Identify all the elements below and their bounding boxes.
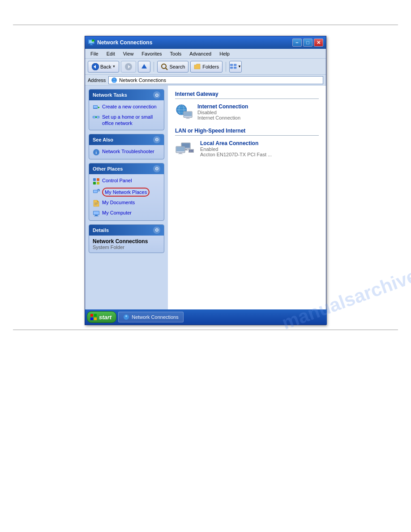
svg-rect-62 [179, 153, 182, 154]
svg-text:N: N [98, 189, 99, 192]
menu-file[interactable]: File [87, 50, 102, 57]
menu-advanced[interactable]: Advanced [186, 50, 215, 57]
views-button[interactable]: ▼ [229, 61, 242, 73]
svg-rect-68 [90, 314, 93, 317]
svg-point-19 [113, 78, 115, 80]
other-places-title: Other Places [93, 166, 123, 172]
svg-rect-63 [178, 154, 183, 154]
other-places-header: Other Places ⊙ [89, 163, 164, 174]
my-documents-item[interactable]: My Documents [93, 199, 160, 207]
up-arrow-icon [141, 63, 148, 70]
back-dropdown-arrow[interactable]: ▼ [112, 64, 116, 69]
svg-rect-44 [94, 211, 99, 215]
internet-connection-type: Internet Connection [197, 115, 248, 120]
internet-connection-item[interactable]: Internet Connection Disabled Internet Co… [175, 102, 319, 122]
up-button[interactable] [138, 61, 150, 73]
svg-rect-55 [186, 118, 190, 119]
menu-tools[interactable]: Tools [167, 50, 185, 57]
control-panel-icon [93, 178, 100, 185]
lan-connection-type: Accton EN1207D-TX PCI Fast ... [200, 152, 272, 157]
setup-network-item[interactable]: Set up a home or small office network [93, 113, 160, 127]
menu-view[interactable]: View [120, 50, 137, 57]
wizard-icon [93, 104, 100, 111]
documents-icon [93, 200, 100, 207]
other-places-body: Control Panel N My Network Places [89, 174, 164, 220]
menu-edit[interactable]: Edit [103, 50, 119, 57]
create-connection-label: Create a new connection [102, 103, 157, 110]
views-dropdown[interactable]: ▼ [238, 64, 241, 69]
toolbar-separator-1 [154, 62, 154, 72]
svg-rect-46 [94, 216, 98, 216]
search-button[interactable]: Search [157, 61, 188, 73]
lan-connection-info: Local Area Connection Enabled Accton EN1… [200, 140, 272, 157]
title-bar-icon: N [88, 39, 95, 46]
folders-icon [194, 63, 201, 70]
toolbar-separator-2 [226, 62, 226, 72]
internet-connection-name: Internet Connection [197, 103, 248, 110]
my-network-places-item[interactable]: N My Network Places [93, 187, 160, 197]
network-places-icon: N [93, 188, 100, 195]
control-panel-item[interactable]: Control Panel [93, 177, 160, 185]
lan-connection-item[interactable]: Local Area Connection Enabled Accton EN1… [175, 138, 319, 159]
svg-marker-23 [98, 107, 100, 108]
details-name: Network Connections [93, 238, 160, 245]
title-bar-text: Network Connections [97, 39, 290, 46]
svg-rect-34 [93, 182, 96, 184]
svg-rect-69 [94, 314, 97, 317]
taskbar-network-icon [123, 314, 129, 320]
svg-rect-25 [93, 116, 95, 118]
svg-rect-65 [189, 150, 190, 152]
taskbar-network-connections[interactable]: Network Connections [118, 312, 184, 322]
svg-rect-71 [94, 317, 97, 320]
svg-rect-15 [234, 64, 236, 66]
other-places-section: Other Places ⊙ Cont [89, 163, 164, 221]
see-also-section: See Also ⊙ i Network Troubleshooter [89, 134, 164, 159]
close-button[interactable]: ✕ [314, 39, 323, 47]
svg-rect-27 [97, 116, 99, 118]
svg-rect-17 [234, 67, 236, 69]
back-button[interactable]: Back ▼ [88, 61, 119, 73]
lan-title: LAN or High-Speed Internet [175, 128, 319, 136]
bottom-rule [13, 330, 398, 330]
details-collapse[interactable]: ⊙ [153, 227, 160, 234]
create-connection-item[interactable]: Create a new connection [93, 103, 160, 112]
views-icon [230, 63, 238, 70]
svg-rect-2 [90, 44, 92, 45]
see-also-title: See Also [93, 137, 113, 142]
search-icon [161, 63, 168, 70]
my-network-places-label: My Network Places [102, 188, 150, 197]
menu-bar: File Edit View Favorites Tools Advanced … [85, 49, 326, 59]
forward-button[interactable] [121, 61, 136, 73]
svg-marker-11 [141, 64, 147, 69]
my-computer-item[interactable]: My Computer [93, 209, 160, 218]
see-also-header: See Also ⊙ [89, 134, 164, 145]
internet-connection-info: Internet Connection Disabled Internet Co… [197, 103, 248, 120]
start-button[interactable]: start [87, 311, 116, 323]
setup-network-label: Set up a home or small office network [102, 114, 160, 127]
svg-rect-37 [94, 190, 97, 193]
svg-rect-66 [191, 150, 192, 152]
svg-rect-32 [93, 178, 96, 181]
svg-rect-14 [230, 64, 233, 66]
title-bar-buttons: − □ ✕ [292, 39, 323, 47]
computer-icon [93, 210, 100, 217]
menu-favorites[interactable]: Favorites [138, 50, 165, 57]
svg-point-73 [125, 315, 127, 317]
see-also-collapse[interactable]: ⊙ [153, 136, 160, 143]
folders-button[interactable]: Folders [190, 61, 223, 73]
details-header: Details ⊙ [89, 225, 164, 236]
svg-rect-35 [97, 182, 99, 184]
details-section: Details ⊙ Network Connections System Fol… [89, 224, 164, 253]
address-field[interactable]: Network Connections [108, 76, 323, 84]
network-tasks-title: Network Tasks [93, 92, 127, 98]
minimize-button[interactable]: − [292, 39, 302, 47]
control-panel-label: Control Panel [102, 177, 132, 184]
menu-help[interactable]: Help [216, 50, 233, 57]
svg-line-13 [166, 68, 167, 70]
troubleshooter-item[interactable]: i Network Troubleshooter [93, 148, 160, 156]
network-tasks-collapse[interactable]: ⊙ [153, 91, 160, 99]
content-area: Network Tasks ⊙ Create a new connectio [85, 86, 326, 309]
other-places-collapse[interactable]: ⊙ [153, 165, 160, 172]
maximize-button[interactable]: □ [303, 39, 313, 47]
see-also-body: i Network Troubleshooter [89, 145, 164, 159]
